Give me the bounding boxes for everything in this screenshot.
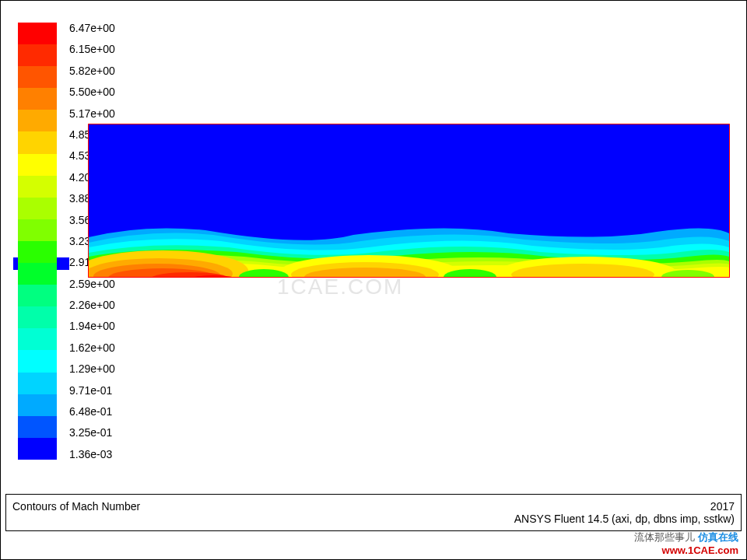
contour-plot (88, 124, 730, 278)
colorbar-swatch (18, 394, 57, 416)
colorbar-label: 2.26e+00 (69, 299, 115, 310)
colorbar-label: 6.47e+00 (69, 23, 115, 33)
colorbar-swatch (18, 66, 57, 88)
colorbar-swatch (18, 328, 57, 350)
colorbar-swatch (18, 23, 57, 44)
url-watermark: www.1CAE.com (662, 544, 738, 556)
colorbar-swatch (18, 219, 57, 241)
colorbar-label: 5.50e+00 (69, 86, 115, 97)
cn-watermark: 仿真在线 (698, 531, 738, 543)
colorbar-swatch (18, 306, 57, 328)
colorbar-swatch (18, 110, 57, 131)
render-window: 6.47e+006.15e+005.82e+005.50e+005.17e+00… (0, 0, 747, 560)
colorbar-swatch (18, 176, 57, 198)
colorbar-swatch (18, 44, 57, 66)
plot-date: 2017 (710, 500, 735, 513)
wechat-watermark: 流体那些事儿 (634, 531, 695, 543)
colorbar-swatch (18, 350, 57, 372)
colorbar-swatch (18, 241, 57, 263)
colorbar-label: 3.25e-01 (69, 427, 115, 438)
colorbar-label: 6.15e+00 (69, 44, 115, 54)
colorbar-label: 1.94e+00 (69, 320, 115, 331)
colorbar-label: 6.48e-01 (69, 406, 115, 417)
colorbar-label: 5.82e+00 (69, 65, 115, 76)
colorbar-swatch (18, 416, 57, 438)
colorbar-swatch (18, 154, 57, 176)
colorbar-swatch (18, 373, 57, 394)
colorbar-label: 1.29e+00 (69, 363, 115, 374)
footer-bar: Contours of Mach Number 2017 ANSYS Fluen… (5, 494, 742, 531)
contour-svg (89, 124, 729, 277)
colorbar-label: 1.62e+00 (69, 342, 115, 353)
colorbar-swatch (18, 263, 57, 285)
plot-title: Contours of Mach Number (12, 500, 140, 513)
colorbar-swatch (18, 198, 57, 219)
colorbar (18, 23, 57, 460)
colorbar-swatch (18, 438, 57, 460)
colorbar-swatch (18, 131, 57, 153)
colorbar-swatch (18, 88, 57, 110)
colorbar-label: 1.36e-03 (69, 449, 115, 460)
colorbar-swatch (18, 285, 57, 306)
watermark-block: 流体那些事儿 仿真在线 www.1CAE.com (634, 530, 738, 556)
watermark-faint: 1CAE.COM (277, 275, 403, 299)
software-line: ANSYS Fluent 14.5 (axi, dp, dbns imp, ss… (514, 513, 735, 525)
colorbar-label: 2.59e+00 (69, 278, 115, 289)
colorbar-label: 9.71e-01 (69, 385, 115, 396)
colorbar-label: 5.17e+00 (69, 108, 115, 119)
